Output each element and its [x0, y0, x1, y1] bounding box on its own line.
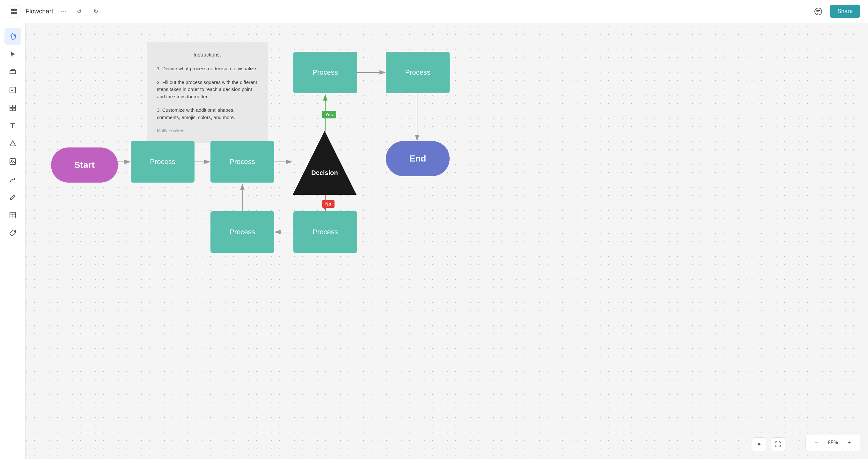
shape-process-4[interactable]: Process	[386, 52, 450, 93]
comment-button[interactable]	[812, 5, 825, 18]
label-no: No	[322, 200, 335, 208]
shape-process-5[interactable]: Process	[293, 211, 357, 253]
svg-rect-0	[11, 9, 14, 11]
topbar: Flowchart ⋯ ↺ ↻ Share	[0, 0, 868, 23]
process-6-label: Process	[229, 228, 255, 236]
shape-process-1[interactable]: Process	[131, 141, 194, 182]
zoom-controls: − 85% +	[806, 434, 860, 451]
sidebar-item-table[interactable]	[4, 207, 21, 224]
redo-button[interactable]: ↻	[90, 6, 102, 17]
sidebar-item-image[interactable]	[4, 153, 21, 170]
instruction-author: Molly Foulkes	[157, 127, 258, 134]
shape-decision[interactable]: Decision	[293, 131, 356, 195]
share-button[interactable]: Share	[830, 5, 860, 18]
svg-rect-10	[10, 108, 12, 111]
shape-process-6[interactable]: Process	[211, 211, 274, 253]
instruction-step3: 3. Customize with additional shapes, com…	[157, 107, 258, 121]
shape-end[interactable]: End	[386, 141, 450, 176]
svg-rect-9	[13, 105, 16, 108]
sidebar: T	[0, 23, 26, 459]
app-logo	[8, 5, 21, 18]
svg-point-15	[14, 231, 15, 232]
shape-start[interactable]: Start	[51, 147, 118, 182]
instruction-box: Instructions: 1. Decide what process or …	[147, 42, 268, 143]
menu-button[interactable]: ⋯	[58, 6, 68, 17]
svg-rect-3	[14, 12, 17, 15]
process-3-label: Process	[312, 68, 338, 77]
process-4-label: Process	[405, 68, 430, 77]
sidebar-item-frame[interactable]	[4, 64, 21, 81]
end-label: End	[409, 153, 426, 164]
zoom-in-button[interactable]: +	[843, 437, 855, 449]
sidebar-item-pen[interactable]	[4, 189, 21, 206]
label-yes: Yes	[322, 111, 336, 118]
process-5-label: Process	[312, 228, 338, 236]
document-title: Flowchart	[26, 8, 53, 15]
shape-process-2[interactable]: Process	[211, 141, 274, 182]
sidebar-item-library[interactable]	[4, 99, 21, 116]
flowchart: Instructions: 1. Decide what process or …	[26, 23, 868, 459]
sidebar-item-shapes[interactable]	[4, 135, 21, 152]
zoom-out-button[interactable]: −	[811, 437, 823, 449]
svg-rect-5	[10, 70, 16, 74]
instruction-title: Instructions:	[157, 51, 258, 59]
svg-rect-1	[14, 9, 17, 11]
undo-button[interactable]: ↺	[74, 6, 85, 17]
canvas-area[interactable]: Instructions: 1. Decide what process or …	[26, 23, 868, 459]
sidebar-item-select[interactable]	[4, 46, 21, 63]
process-2-label: Process	[229, 158, 255, 166]
instruction-step1: 1. Decide what process or decision to vi…	[157, 65, 258, 73]
fullscreen-button[interactable]: ⛶	[771, 437, 785, 451]
sidebar-item-connector[interactable]	[4, 171, 21, 188]
instruction-step2: 2. Fill out the process squares with the…	[157, 79, 258, 101]
sidebar-item-tag[interactable]	[4, 225, 21, 241]
sidebar-item-hand[interactable]	[4, 28, 21, 45]
sparkle-button[interactable]: ✦	[752, 437, 766, 451]
shape-process-3[interactable]: Process	[293, 52, 357, 93]
sidebar-item-text[interactable]: T	[4, 117, 21, 134]
start-label: Start	[74, 160, 95, 170]
process-1-label: Process	[150, 158, 175, 166]
sidebar-item-sticky[interactable]	[4, 82, 21, 98]
svg-rect-11	[13, 108, 16, 111]
decision-label: Decision	[311, 169, 338, 176]
svg-rect-14	[10, 212, 16, 218]
zoom-level: 85%	[825, 440, 841, 446]
svg-rect-8	[10, 105, 12, 108]
svg-rect-6	[11, 69, 14, 70]
svg-rect-2	[11, 12, 14, 15]
